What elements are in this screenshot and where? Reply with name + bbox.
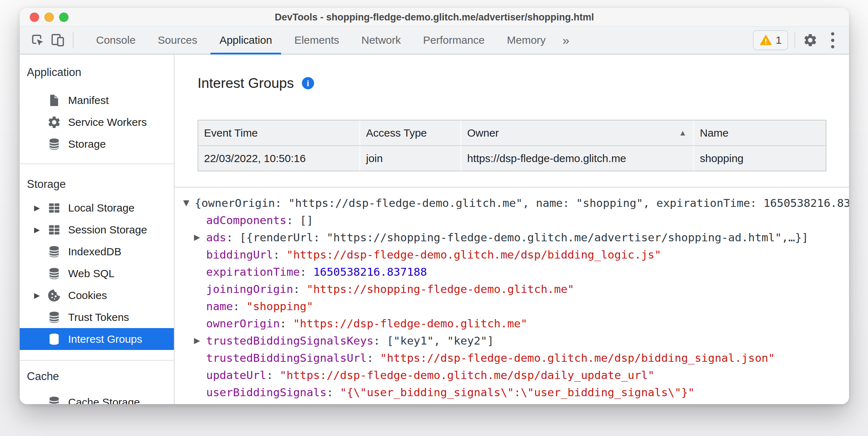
tree-property-value: "{\"user_bidding_signals\":\"user_biddin… <box>340 386 694 399</box>
section-spacer <box>20 164 174 176</box>
tree-row[interactable]: biddingUrl: "https://dsp-fledge-demo.gli… <box>175 246 849 263</box>
database-icon <box>46 136 62 152</box>
tree-property-name: expirationTime <box>206 265 300 278</box>
toolbar-divider <box>73 32 73 48</box>
more-tabs-icon[interactable]: » <box>557 33 575 47</box>
table-cell-event-time: 22/03/2022, 10:50:16 <box>198 146 360 171</box>
toolbar: ConsoleSourcesApplicationElementsNetwork… <box>20 27 849 54</box>
tree-property-name: ads <box>206 231 226 244</box>
sidebar-item-interest-groups[interactable]: Interest Groups <box>20 328 174 350</box>
column-header-name[interactable]: Name <box>694 120 826 145</box>
sidebar-item-web-sql[interactable]: Web SQL <box>20 262 174 284</box>
document-icon <box>46 93 62 108</box>
expand-arrow-down-icon[interactable]: ▼ <box>183 194 189 212</box>
tab-network[interactable]: Network <box>350 26 412 54</box>
sidebar-section-storage: Storage▶Local Storage▶Session StorageInd… <box>20 164 174 350</box>
tree-preview-text: : <box>280 317 293 330</box>
tree-property-value: "https://shopping-fledge-demo.glitch.me" <box>307 283 574 295</box>
expand-arrow-right-icon[interactable]: ▶ <box>194 229 200 246</box>
sidebar-item-local-storage[interactable]: ▶Local Storage <box>20 197 174 219</box>
kebab-menu-icon[interactable] <box>824 32 841 49</box>
tree-row[interactable]: expirationTime: 1650538216.837188 <box>175 263 849 280</box>
sidebar-item-cookies[interactable]: ▶Cookies <box>20 284 174 306</box>
sidebar-item-indexeddb[interactable]: IndexedDB <box>20 241 174 262</box>
tree-preview-text: : <box>273 248 286 261</box>
column-header-label: Access Type <box>366 127 427 139</box>
tree-property-value: "https://dsp-fledge-demo.glitch.me" <box>293 317 527 330</box>
chevron-right-icon[interactable]: ▶ <box>34 219 46 241</box>
settings-gear-icon[interactable] <box>802 32 819 49</box>
database-icon <box>46 394 62 404</box>
column-header-label: Event Time <box>204 127 258 139</box>
tree-preview-text: : <box>233 300 246 313</box>
tree-preview-text: : <box>293 283 307 295</box>
sidebar-item-cache-storage[interactable]: Cache Storage <box>20 391 174 404</box>
tree-preview-text: {ownerOrigin: "https://dsp-fledge-demo.g… <box>195 196 849 209</box>
tree-preview-text: : <box>327 386 340 399</box>
tree-row[interactable]: ▶ads: [{renderUrl: "https://shopping-fle… <box>175 229 849 246</box>
tree-property-name: adComponents <box>206 214 286 227</box>
gear-icon <box>46 114 62 130</box>
tree-row[interactable]: userBiddingSignals: "{\"user_bidding_sig… <box>175 384 849 401</box>
inspect-element-icon[interactable] <box>29 32 46 49</box>
tree-property-value: 1650538216.837188 <box>313 265 427 278</box>
section-spacer <box>20 361 174 368</box>
tab-sources[interactable]: Sources <box>147 26 208 54</box>
sidebar-section-title-cache: Cache <box>20 368 174 385</box>
device-toolbar-icon[interactable] <box>49 32 66 49</box>
database-icon <box>46 244 62 260</box>
chevron-right-icon[interactable]: ▶ <box>34 197 46 219</box>
section-divider <box>175 187 849 188</box>
devtools-window: DevTools - shopping-fledge-demo.glitch.m… <box>20 8 849 404</box>
titlebar: DevTools - shopping-fledge-demo.glitch.m… <box>20 8 849 27</box>
tree-preview-text: : ["key1", "key2"] <box>374 334 494 347</box>
tree-row[interactable]: updateUrl: "https://dsp-fledge-demo.glit… <box>175 366 849 384</box>
tree-property-name: joiningOrigin <box>206 283 293 295</box>
table-cell-owner: https://dsp-fledge-demo.glitch.me <box>461 146 694 171</box>
tree-row[interactable]: trustedBiddingSignalsUrl: "https://dsp-f… <box>175 349 849 366</box>
table-row[interactable]: 22/03/2022, 10:50:16joinhttps://dsp-fled… <box>198 146 826 171</box>
warning-triangle-icon <box>759 34 772 47</box>
tab-application[interactable]: Application <box>208 26 283 54</box>
sidebar-item-session-storage[interactable]: ▶Session Storage <box>20 219 174 241</box>
tree-preview-text: : [] <box>286 214 313 227</box>
tree-property-name: ownerOrigin <box>206 317 280 330</box>
sidebar-item-service-workers[interactable]: Service Workers <box>20 111 174 133</box>
column-header-event-time[interactable]: Event Time <box>198 120 360 145</box>
tab-elements[interactable]: Elements <box>283 26 350 54</box>
tree-property-name: biddingUrl <box>206 248 273 261</box>
tree-property-value: "shopping" <box>246 300 313 313</box>
tree-row[interactable]: name: "shopping" <box>175 298 849 315</box>
tree-row[interactable]: ▼{ownerOrigin: "https://dsp-fledge-demo.… <box>175 194 849 212</box>
sidebar-item-label: Interest Groups <box>68 333 142 345</box>
tree-row[interactable]: joiningOrigin: "https://shopping-fledge-… <box>175 280 849 298</box>
sidebar-item-storage[interactable]: Storage <box>20 133 174 155</box>
sidebar-item-label: Cache Storage <box>68 396 140 404</box>
window-title: DevTools - shopping-fledge-demo.glitch.m… <box>20 8 849 26</box>
section-spacer <box>20 54 174 64</box>
tree-row[interactable]: ▶trustedBiddingSignalsKeys: ["key1", "ke… <box>175 332 849 349</box>
chevron-right-icon[interactable]: ▶ <box>34 284 46 306</box>
sidebar-item-label: Cookies <box>68 289 107 302</box>
column-header-owner[interactable]: Owner▲ <box>461 120 694 145</box>
issues-warning-badge[interactable]: 1 <box>753 30 788 50</box>
info-icon[interactable]: i <box>302 77 314 89</box>
sort-ascending-icon: ▲ <box>679 120 687 145</box>
sidebar-item-trust-tokens[interactable]: Trust Tokens <box>20 306 174 328</box>
sidebar-item-manifest[interactable]: Manifest <box>20 89 174 111</box>
table-cell-name: shopping <box>694 146 826 171</box>
tree-row[interactable]: ownerOrigin: "https://dsp-fledge-demo.gl… <box>175 315 849 332</box>
sidebar-item-label: Trust Tokens <box>68 311 129 323</box>
application-sidebar: ApplicationManifestService WorkersStorag… <box>20 54 175 404</box>
tab-performance[interactable]: Performance <box>412 26 496 54</box>
expand-arrow-right-icon[interactable]: ▶ <box>194 332 200 349</box>
tree-property-name: trustedBiddingSignalsUrl <box>206 351 367 364</box>
sidebar-item-label: Web SQL <box>68 267 115 280</box>
tab-console[interactable]: Console <box>85 26 147 54</box>
sidebar-item-label: Local Storage <box>68 202 134 214</box>
tab-memory[interactable]: Memory <box>496 26 557 54</box>
database-icon <box>46 266 62 281</box>
tree-preview-text: : <box>367 351 380 364</box>
tree-row[interactable]: adComponents: [] <box>175 212 849 229</box>
column-header-access-type[interactable]: Access Type <box>360 120 461 145</box>
